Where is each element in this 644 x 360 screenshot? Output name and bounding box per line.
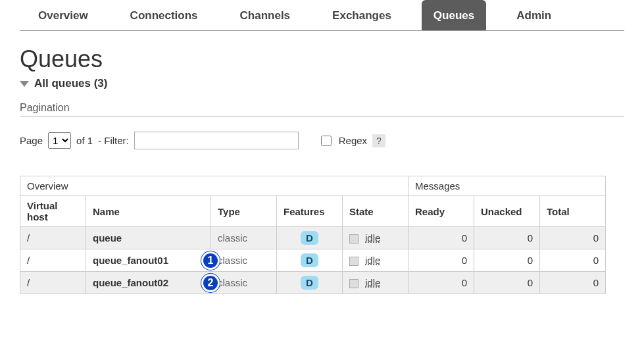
pagination-heading: Pagination [20,102,624,117]
state-label: idle [365,232,380,244]
nav-connections[interactable]: Connections [118,0,210,30]
cell-total: 0 [540,272,606,294]
regex-label: Regex [339,135,367,146]
cell-vhost: / [20,227,86,249]
cell-name[interactable]: queue_fanout011 [86,249,211,272]
state-indicator-icon [349,257,359,266]
cell-vhost: / [20,249,86,272]
durable-badge: D [301,253,318,267]
page-select[interactable]: 1 [48,132,71,149]
cell-ready: 0 [409,227,474,249]
cell-ready: 0 [409,249,474,272]
cell-unacked: 0 [474,227,540,249]
queues-table: Overview Messages Virtual host Name Type… [20,176,606,294]
col-type[interactable]: Type [211,196,277,227]
help-icon[interactable]: ? [372,134,385,147]
regex-checkbox[interactable] [321,136,332,146]
col-total[interactable]: Total [540,196,606,227]
cell-unacked: 0 [474,249,540,272]
col-name[interactable]: Name [86,196,211,227]
page-label: Page [20,135,43,146]
table-row: /queue_fanout022classicDidle000 [20,272,606,294]
col-features[interactable]: Features [277,196,343,227]
filter-input[interactable] [134,132,299,149]
col-group-messages: Messages [409,176,606,196]
cell-total: 0 [540,227,606,249]
top-nav: Overview Connections Channels Exchanges … [20,0,624,31]
cell-type: classic [211,227,277,249]
nav-queues[interactable]: Queues [422,0,486,30]
page-of-label: of 1 [76,135,93,146]
cell-ready: 0 [409,272,474,294]
cell-state: idle [343,249,409,272]
table-row: /queueclassicDidle000 [20,227,606,249]
state-indicator-icon [349,234,359,244]
cell-features: D [277,272,343,294]
cell-total: 0 [540,249,606,272]
durable-badge: D [301,276,318,290]
chevron-down-icon [20,81,29,87]
cell-type: classic [211,249,277,272]
nav-channels[interactable]: Channels [228,0,303,30]
all-queues-label: All queues (3) [34,77,107,90]
col-ready[interactable]: Ready [409,196,474,227]
nav-overview[interactable]: Overview [26,0,100,30]
col-state[interactable]: State [343,196,409,227]
cell-vhost: / [20,272,86,294]
state-label: idle [365,255,380,266]
cell-type: classic [211,272,277,294]
cell-state: idle [343,227,409,249]
page-title: Queues [20,45,624,73]
cell-name[interactable]: queue_fanout022 [86,272,211,294]
nav-exchanges[interactable]: Exchanges [320,0,403,30]
cell-name[interactable]: queue [86,227,211,249]
nav-admin[interactable]: Admin [505,0,563,30]
table-row: /queue_fanout011classicDidle000 [20,249,606,272]
cell-unacked: 0 [474,272,540,294]
cell-features: D [277,227,343,249]
cell-features: D [277,249,343,272]
state-indicator-icon [349,279,359,288]
col-unacked[interactable]: Unacked [474,196,540,227]
col-group-overview: Overview [20,176,409,196]
state-label: idle [365,277,380,288]
all-queues-toggle[interactable]: All queues (3) [20,77,624,90]
pagination-controls: Page 1 of 1 - Filter: Regex ? [20,132,624,149]
durable-badge: D [301,231,318,245]
cell-state: idle [343,272,409,294]
col-vhost[interactable]: Virtual host [20,196,86,227]
filter-label: - Filter: [98,135,129,146]
